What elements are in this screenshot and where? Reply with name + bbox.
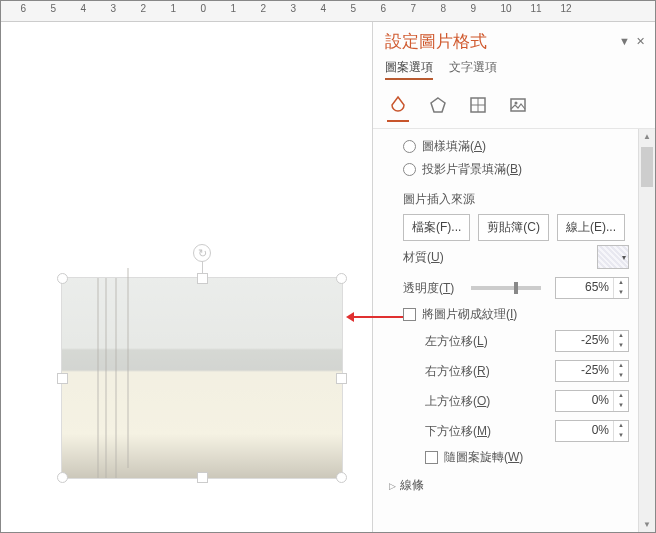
radio-label: 投影片背景填滿(B) [422,161,522,178]
ruler-tick: 4 [81,3,82,14]
radio-icon [403,140,416,153]
tab-shape-options[interactable]: 圖案選項 [385,59,433,80]
transparency-slider[interactable] [471,286,541,290]
workspace: ↻ 設定圖片格式 ▼ ✕ 圖案選項 文字選項 [1,22,655,533]
insert-from-label: 圖片插入來源 [385,181,649,214]
ruler-tick: 1 [171,3,172,14]
effects-icon[interactable] [427,94,449,116]
radio-icon [403,163,416,176]
ruler-tick: 3 [111,3,112,14]
line-section-label: 線條 [400,477,424,494]
ruler-tick: 4 [321,3,322,14]
panel-scrollbar[interactable]: ▲ ▼ [638,129,655,533]
ruler-tick: 6 [381,3,382,14]
resize-handle-e[interactable] [336,373,347,384]
checkbox-label: 隨圖案旋轉(W) [444,449,523,466]
resize-handle-s[interactable] [197,472,208,483]
line-section-expander[interactable]: ▷ 線條 [385,469,649,498]
ruler-tick: 11 [531,3,532,14]
panel-menu-icon[interactable]: ▼ [619,35,630,48]
checkbox-label: 將圖片砌成紋理(I) [422,306,517,323]
panel-tabs: 圖案選項 文字選項 [373,57,655,86]
offset-right-spinner[interactable]: -25% ▲▼ [555,360,629,382]
online-button[interactable]: 線上(E)... [557,214,625,241]
svg-marker-0 [431,98,445,112]
ruler-tick: 9 [471,3,472,14]
radio-slide-bg-fill[interactable]: 投影片背景填滿(B) [385,158,649,181]
ruler-tick: 10 [501,3,502,14]
transparency-label: 透明度(T) [403,280,457,297]
picture-icon[interactable] [507,94,529,116]
slide-canvas[interactable]: ↻ [1,22,372,533]
close-icon[interactable]: ✕ [636,35,645,48]
scroll-down-icon[interactable]: ▼ [639,517,655,533]
resize-handle-w[interactable] [57,373,68,384]
size-properties-icon[interactable] [467,94,489,116]
rotate-handle[interactable]: ↻ [193,244,211,262]
ruler-tick: 3 [291,3,292,14]
panel-body: 圖樣填滿(A) 投影片背景填滿(B) 圖片插入來源 檔案(F)... 剪貼簿(C… [373,129,655,533]
offset-bottom-spinner[interactable]: 0% ▲▼ [555,420,629,442]
format-picture-panel: 設定圖片格式 ▼ ✕ 圖案選項 文字選項 [372,22,655,533]
chevron-right-icon: ▷ [389,481,396,491]
checkbox-icon [425,451,438,464]
category-icons [373,86,655,129]
fill-line-icon[interactable] [387,94,409,122]
ruler-tick: 5 [51,3,52,14]
ruler-tick: 8 [441,3,442,14]
resize-handle-ne[interactable] [336,273,347,284]
scroll-up-icon[interactable]: ▲ [639,129,655,145]
ruler-tick: 12 [561,3,562,14]
ruler-tick: 1 [231,3,232,14]
horizontal-ruler: 6543210123456789101112 [1,1,655,22]
ruler-tick: 5 [351,3,352,14]
clipboard-button[interactable]: 剪貼簿(C) [478,214,549,241]
tab-text-options[interactable]: 文字選項 [449,59,497,80]
offset-top-label: 上方位移(O) [425,393,547,410]
texture-picker[interactable]: ▾ [597,245,629,269]
offset-left-label: 左方位移(L) [425,333,547,350]
texture-label: 材質(U) [403,249,589,266]
radio-pattern-fill[interactable]: 圖樣填滿(A) [385,135,649,158]
radio-label: 圖樣填滿(A) [422,138,486,155]
resize-handle-nw[interactable] [57,273,68,284]
selected-picture[interactable]: ↻ [61,277,343,479]
resize-handle-sw[interactable] [57,472,68,483]
resize-handle-se[interactable] [336,472,347,483]
ruler-tick: 2 [261,3,262,14]
ruler-tick: 2 [141,3,142,14]
ruler-tick: 6 [21,3,22,14]
panel-title: 設定圖片格式 [385,30,487,53]
offset-left-spinner[interactable]: -25% ▲▼ [555,330,629,352]
file-button[interactable]: 檔案(F)... [403,214,470,241]
svg-rect-2 [511,99,525,111]
scroll-thumb[interactable] [641,147,653,187]
checkbox-rotate-with-shape[interactable]: 隨圖案旋轉(W) [385,446,649,469]
svg-point-3 [515,102,518,105]
ruler-tick: 0 [201,3,202,14]
offset-bottom-label: 下方位移(M) [425,423,547,440]
transparency-value: 65% [556,278,613,298]
checkbox-tile-texture[interactable]: 將圖片砌成紋理(I) [385,303,649,326]
ruler-tick: 7 [411,3,412,14]
offset-right-label: 右方位移(R) [425,363,547,380]
transparency-spinner[interactable]: 65% ▲▼ [555,277,629,299]
checkbox-icon [403,308,416,321]
resize-handle-n[interactable] [197,273,208,284]
offset-top-spinner[interactable]: 0% ▲▼ [555,390,629,412]
